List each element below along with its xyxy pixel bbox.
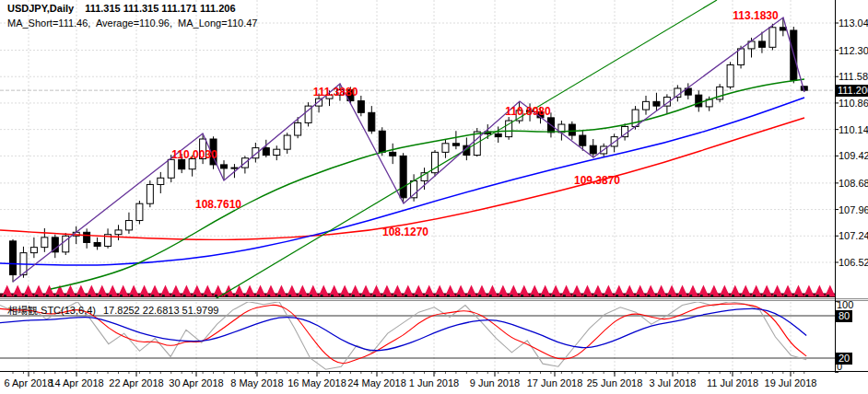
swing-price-label: 109.3870 [574, 174, 620, 187]
date-axis-label: 3 Jul 2018 [650, 377, 697, 388]
price-axis-label: 110.860 [839, 98, 868, 109]
swing-price-label: 110.8980 [505, 105, 550, 118]
date-axis-label: 9 Jun 2018 [470, 377, 520, 388]
date-axis-label: 1 Jun 2018 [409, 377, 459, 388]
price-axis-label: 107.240 [839, 230, 868, 241]
price-axis-label: 106.520 [839, 257, 868, 268]
date-axis-label: 6 Apr 2018 [4, 377, 53, 388]
swing-price-label: 111.3880 [313, 86, 358, 98]
price-axis-label: 107.960 [839, 204, 868, 215]
date-axis-label: 8 May 2018 [230, 377, 283, 388]
swing-price-label: 108.7610 [195, 198, 241, 211]
date-axis-label: 16 May 2018 [287, 377, 346, 388]
current-price-badge: 111.206 [836, 85, 868, 97]
price-axis-label: 109.420 [839, 150, 868, 161]
date-axis-label: 24 May 2018 [347, 377, 406, 388]
mt4-chart-window: USDJPY,Daily111.315 111.315 111.171 111.… [0, 0, 868, 394]
date-axis-label: 22 Apr 2018 [109, 377, 163, 388]
indicator-header: 相場観 STC(13,6,4)17.8252 22.6813 51.9799 [7, 304, 218, 318]
indicator-name-label: 相場観 STC(13,6,4) [7, 305, 96, 316]
indicator-axis-label: 0 [837, 361, 842, 373]
price-axis-label: 110.140 [839, 124, 868, 135]
date-axis-label: 11 Jul 2018 [707, 377, 758, 388]
price-axis-label: 112.300 [839, 45, 868, 56]
swing-price-label: 108.1270 [382, 226, 428, 238]
price-axis-label: 111.580 [839, 71, 868, 82]
date-axis-label: 19 Jul 2018 [765, 377, 817, 388]
date-axis-label: 30 Apr 2018 [169, 377, 223, 388]
indicator-values: 17.8252 22.6813 51.9799 [103, 305, 218, 316]
symbol-period-label: USDJPY,Daily [7, 3, 74, 14]
ma-values-header: MA_Short=111.46, Average=110.96, MA_Long… [7, 17, 257, 29]
date-axis-label: 25 Jun 2018 [587, 377, 643, 388]
symbol-ohlc-header: USDJPY,Daily111.315 111.315 111.171 111.… [7, 3, 236, 14]
main-chart-pane[interactable] [0, 0, 835, 298]
swing-price-label: 113.1830 [733, 9, 778, 22]
price-axis-label: 108.680 [839, 178, 868, 189]
indicator-axis-label: 80 [836, 310, 852, 322]
price-axis-label: 113.040 [839, 17, 868, 29]
date-axis-label: 17 Jun 2018 [527, 377, 583, 388]
ohlc-values: 111.315 111.315 111.171 111.206 [85, 3, 235, 14]
date-axis-label: 14 Apr 2018 [49, 377, 103, 388]
swing-price-label: 110.0030 [171, 148, 217, 161]
